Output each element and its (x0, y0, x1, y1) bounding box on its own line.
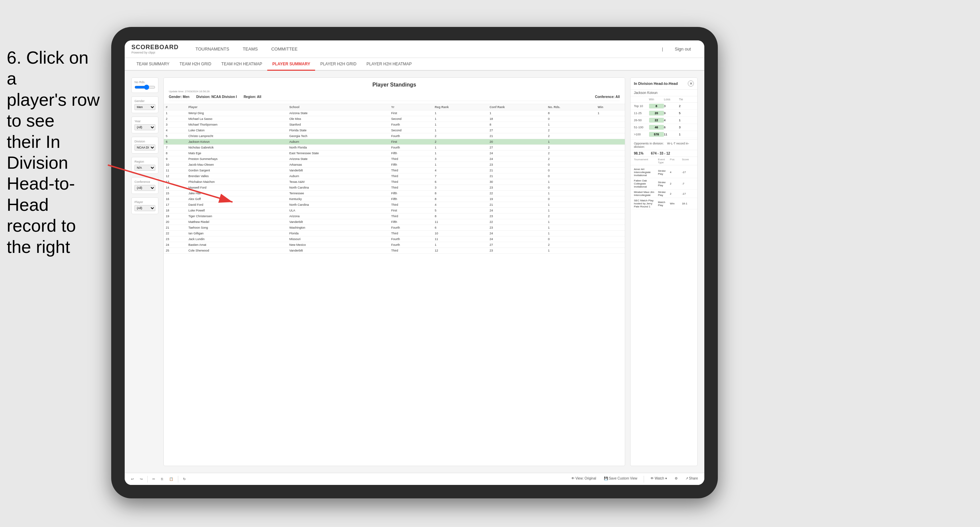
table-row[interactable]: 17 David Ford North Carolina Third 4 21 … (164, 202, 625, 208)
cell-yr: First (389, 139, 433, 145)
table-row[interactable]: 12 Brendan Valles Auburn Third 7 21 0 (164, 173, 625, 179)
copy-button[interactable]: ⎘ (160, 476, 164, 481)
tournament-score: -17 (682, 192, 694, 195)
nav-tournaments[interactable]: TOURNAMENTS (189, 40, 236, 58)
h2h-close-button[interactable]: ✕ (688, 81, 694, 87)
cell-yr: Fourth (389, 145, 433, 151)
table-row[interactable]: 22 Ian Gilligan Florida Third 10 24 1 (164, 231, 625, 237)
sign-out-button[interactable]: Sign out (668, 40, 698, 58)
table-row[interactable]: 15 Jake Hall Tennessee Fifth 8 22 1 (164, 190, 625, 196)
table-row[interactable]: 14 Maxwell Ford North Carolina Third 3 2… (164, 185, 625, 190)
table-row[interactable]: 18 Luke Powell ULA First 5 24 1 (164, 208, 625, 213)
table-row[interactable]: 19 Tiger Christensen Arizona Third 8 23 … (164, 213, 625, 219)
cell-rank: 11 (164, 168, 186, 173)
h2h-range: >100 (634, 133, 649, 136)
nav-teams[interactable]: TEAMS (236, 40, 264, 58)
cell-win (596, 196, 625, 202)
cut-button[interactable]: ✂ (151, 476, 156, 481)
h2h-row: Top 10 8 3 2 (630, 103, 697, 110)
cell-school: Washington (288, 225, 389, 231)
h2h-row: 51-100 46 6 3 (630, 124, 697, 131)
tab-player-h2h-grid[interactable]: PLAYER H2H GRID (315, 58, 361, 71)
region-select[interactable]: N/A (134, 165, 155, 171)
table-row[interactable]: 11 Gordon Sargent Vanderbilt Third 4 21 … (164, 168, 625, 173)
settings-button[interactable]: ⚙ (673, 476, 679, 483)
cell-rank: 22 (164, 231, 186, 237)
gender-select[interactable]: Men (134, 104, 155, 110)
cell-conf-rank: 27 (488, 128, 546, 133)
h2h-tie: 2 (679, 105, 694, 108)
cell-no-rds: 1 (546, 219, 596, 225)
cell-yr: Third (389, 168, 433, 173)
view-original-button[interactable]: 👁 View: Original (570, 476, 598, 483)
cell-yr: Fifth (389, 196, 433, 202)
cell-win: 1 (596, 110, 625, 116)
table-row[interactable]: 4 Luke Claton Florida State Second 1 27 … (164, 128, 625, 133)
cell-yr: Fourth (389, 122, 433, 128)
year-select[interactable]: (All) (134, 124, 155, 130)
cell-win (596, 156, 625, 162)
cell-no-rds: 2 (546, 242, 596, 248)
undo-button[interactable]: ↩ (130, 476, 135, 481)
tournament-pos: 2 (670, 192, 682, 195)
refresh-button[interactable]: ↻ (181, 476, 187, 481)
cell-rank: 9 (164, 156, 186, 162)
cell-reg-rank: 4 (433, 168, 488, 173)
cell-player: Gordon Sargent (186, 168, 288, 173)
nav-committee[interactable]: COMMITTEE (264, 40, 304, 58)
save-custom-view-button[interactable]: 💾 Save Custom View (603, 476, 639, 483)
share-button[interactable]: ↗ Share (684, 476, 699, 483)
table-row[interactable]: 24 Bastien Amat New Mexico Fourth 1 27 2 (164, 242, 625, 248)
h2h-col-tie: Tie (679, 98, 694, 101)
tab-player-h2h-heatmap[interactable]: PLAYER H2H HEATMAP (361, 58, 417, 71)
cell-conf-rank: 21 (488, 173, 546, 179)
h2h-tournament-row: Fallen Oak Collegiate Invitational Strok… (630, 178, 697, 190)
cell-reg-rank: 11 (433, 237, 488, 242)
table-row[interactable]: 1 Wenyi Ding Arizona State First 1 1 8 1 (164, 110, 625, 116)
cell-win (596, 145, 625, 151)
conference-select[interactable]: (All) (134, 185, 155, 191)
tab-team-h2h-grid[interactable]: TEAM H2H GRID (175, 58, 216, 71)
table-row[interactable]: 6 Jackson Koivun Auburn First 2 20 1 (164, 139, 625, 145)
division-filter: Division NCAA Division I (131, 137, 158, 154)
table-row[interactable]: 20 Matthew Riedel Vanderbilt Fifth 11 22… (164, 219, 625, 225)
tab-team-h2h-heatmap[interactable]: TEAM H2H HEATMAP (216, 58, 267, 71)
table-row[interactable]: 10 Jacob Mau-Olesen Arkansas Fifth 1 23 … (164, 162, 625, 168)
cell-reg-rank: 7 (433, 173, 488, 179)
table-row[interactable]: 8 Mats Ege East Tennessee State Fifth 1 … (164, 151, 625, 156)
cell-no-rds: 1 (546, 202, 596, 208)
division-select[interactable]: NCAA Division I (134, 144, 155, 151)
table-row[interactable]: 21 Taehoon Song Washington Fourth 6 23 1 (164, 225, 625, 231)
cell-yr: Fifth (389, 219, 433, 225)
table-row[interactable]: 13 Phichaksn Maichon Texas A&M Third 6 3… (164, 179, 625, 185)
h2h-win: 8 (649, 104, 664, 108)
table-row[interactable]: 7 Nicholas Gabrelcik North Florida Fourt… (164, 145, 625, 151)
tab-player-summary[interactable]: PLAYER SUMMARY (267, 58, 315, 71)
division-filter-label: Division (134, 140, 155, 143)
cell-win (596, 225, 625, 231)
cell-reg-rank: 8 (433, 190, 488, 196)
table-row[interactable]: 3 Michael Thorbjornsen Stanford Fourth 1… (164, 122, 625, 128)
cell-reg-rank: 12 (433, 248, 488, 254)
cell-conf-rank: 27 (488, 242, 546, 248)
tournament-type: Stroke Play (658, 190, 670, 197)
table-row[interactable]: 5 Christo Lamprecht Georgia Tech Fourth … (164, 133, 625, 139)
paste-button[interactable]: 📋 (168, 476, 175, 481)
cell-no-rds: 0 (546, 185, 596, 190)
table-row[interactable]: 23 Jack Lundin Missouri Fourth 11 24 0 (164, 237, 625, 242)
h2h-table-header: Win Loss Tie (630, 96, 697, 103)
cell-conf-rank: 21 (488, 202, 546, 208)
table-row[interactable]: 9 Preston Summerhays Arizona State Third… (164, 156, 625, 162)
tab-team-summary[interactable]: TEAM SUMMARY (131, 58, 175, 71)
table-row[interactable]: 25 Cole Sherwood Vanderbilt Third 12 23 … (164, 248, 625, 254)
cell-reg-rank: 3 (433, 185, 488, 190)
table-row[interactable]: 2 Michael La Sasso Ole Miss Second 1 18 … (164, 116, 625, 122)
cell-yr: Fourth (389, 225, 433, 231)
redo-button[interactable]: ↪ (138, 476, 144, 481)
player-select[interactable]: (All) (134, 205, 155, 211)
cell-reg-rank: 1 (433, 128, 488, 133)
table-row[interactable]: 16 Alex Goff Kentucky Fifth 8 19 0 (164, 196, 625, 202)
watch-button[interactable]: 👁 Watch ▾ (649, 476, 668, 483)
cell-rank: 23 (164, 237, 186, 242)
no-rds-slider[interactable] (134, 85, 155, 89)
